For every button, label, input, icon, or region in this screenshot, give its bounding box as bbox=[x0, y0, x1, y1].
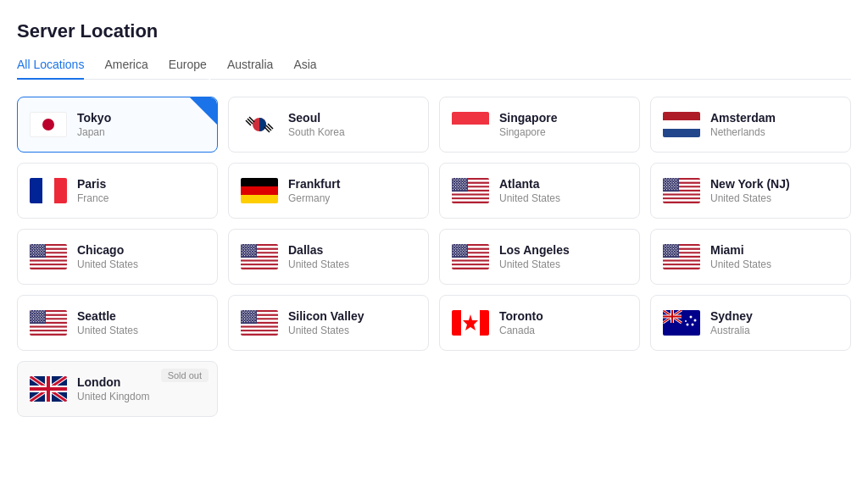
svg-point-112 bbox=[669, 184, 670, 185]
svg-point-162 bbox=[40, 246, 41, 247]
svg-point-542 bbox=[694, 319, 697, 322]
svg-point-61 bbox=[465, 186, 466, 187]
svg-point-414 bbox=[33, 310, 34, 311]
selected-checkmark bbox=[190, 97, 217, 125]
tab-europe[interactable]: Europe bbox=[169, 58, 207, 80]
svg-rect-85 bbox=[663, 199, 700, 201]
svg-point-48 bbox=[460, 184, 461, 185]
svg-point-418 bbox=[43, 310, 44, 311]
svg-point-179 bbox=[41, 250, 42, 251]
svg-point-135 bbox=[671, 189, 672, 190]
svg-point-390 bbox=[673, 253, 674, 254]
svg-rect-17 bbox=[452, 193, 489, 195]
tab-asia[interactable]: Asia bbox=[293, 58, 316, 80]
svg-point-266 bbox=[252, 255, 253, 256]
svg-point-483 bbox=[254, 310, 255, 311]
tab-australia[interactable]: Australia bbox=[227, 58, 273, 80]
location-card-frankfurt[interactable]: FrankfurtGermany bbox=[228, 163, 429, 219]
location-card-tokyo[interactable]: TokyoJapan bbox=[17, 97, 218, 153]
svg-rect-148 bbox=[30, 262, 67, 264]
svg-point-484 bbox=[242, 312, 243, 313]
svg-point-423 bbox=[42, 312, 43, 313]
svg-point-284 bbox=[455, 244, 456, 245]
svg-point-322 bbox=[453, 253, 454, 254]
location-card-singapore[interactable]: SingaporeSingapore bbox=[439, 97, 640, 153]
svg-point-293 bbox=[465, 246, 465, 247]
svg-point-457 bbox=[31, 321, 31, 322]
country-name: Canada bbox=[499, 325, 543, 336]
svg-point-25 bbox=[458, 178, 459, 179]
svg-point-325 bbox=[462, 253, 463, 254]
flag-uk bbox=[30, 376, 67, 402]
svg-point-461 bbox=[41, 321, 42, 322]
flag-netherlands bbox=[663, 112, 700, 137]
svg-point-46 bbox=[455, 184, 456, 185]
svg-point-372 bbox=[669, 250, 670, 251]
location-card-amsterdam[interactable]: AmsterdamNetherlands bbox=[650, 97, 851, 153]
svg-rect-529 bbox=[452, 310, 461, 336]
svg-point-168 bbox=[41, 247, 42, 247]
flag-japan bbox=[30, 112, 67, 137]
svg-point-286 bbox=[460, 244, 461, 245]
location-card-dallas[interactable]: DallasUnited States bbox=[228, 229, 429, 285]
svg-point-509 bbox=[251, 317, 252, 318]
svg-point-329 bbox=[458, 255, 459, 256]
svg-point-119 bbox=[673, 185, 674, 186]
svg-point-63 bbox=[457, 187, 458, 188]
svg-point-441 bbox=[31, 317, 32, 318]
svg-point-307 bbox=[458, 250, 459, 251]
svg-point-433 bbox=[40, 314, 41, 315]
svg-point-55 bbox=[465, 185, 465, 186]
location-card-chicago[interactable]: ChicagoUnited States bbox=[17, 229, 218, 285]
tab-all[interactable]: All Locations bbox=[17, 58, 84, 80]
svg-point-443 bbox=[37, 317, 38, 318]
location-card-new-york[interactable]: New York (NJ)United States bbox=[650, 163, 851, 219]
svg-rect-344 bbox=[663, 264, 700, 265]
location-card-sydney[interactable]: SydneyAustralia bbox=[650, 295, 851, 351]
svg-point-436 bbox=[33, 316, 34, 317]
svg-rect-216 bbox=[241, 268, 278, 269]
flag-usa bbox=[452, 178, 489, 203]
svg-point-56 bbox=[453, 186, 453, 187]
svg-point-165 bbox=[33, 247, 34, 247]
location-card-miami[interactable]: MiamiUnited States bbox=[650, 229, 851, 285]
city-name: Seattle bbox=[77, 309, 138, 323]
svg-rect-277 bbox=[452, 259, 489, 261]
location-card-atlanta[interactable]: AtlantaUnited States bbox=[439, 163, 640, 219]
flag-usa bbox=[30, 310, 67, 336]
location-card-paris[interactable]: ParisFrance bbox=[17, 163, 218, 219]
svg-point-248 bbox=[248, 251, 249, 252]
svg-point-526 bbox=[252, 321, 253, 322]
location-card-seoul[interactable]: SeoulSouth Korea bbox=[228, 97, 429, 153]
svg-point-243 bbox=[249, 250, 250, 251]
tab-america[interactable]: America bbox=[104, 58, 147, 80]
location-card-toronto[interactable]: TorontoCanada bbox=[439, 295, 640, 351]
svg-point-449 bbox=[38, 319, 39, 319]
svg-point-257 bbox=[242, 253, 243, 254]
city-name: Toronto bbox=[499, 309, 543, 323]
svg-point-38 bbox=[463, 180, 464, 181]
location-card-silicon-valley[interactable]: Silicon ValleyUnited States bbox=[228, 295, 429, 351]
flag-usa bbox=[663, 244, 700, 269]
svg-point-88 bbox=[664, 178, 665, 179]
svg-point-442 bbox=[35, 317, 36, 318]
svg-point-189 bbox=[38, 253, 39, 253]
svg-point-127 bbox=[665, 187, 665, 188]
svg-point-39 bbox=[465, 180, 466, 181]
location-info: LondonUnited Kingdom bbox=[77, 375, 149, 402]
svg-point-155 bbox=[36, 244, 36, 245]
svg-point-40 bbox=[453, 182, 454, 183]
location-card-los-angeles[interactable]: Los AngelesUnited States bbox=[439, 229, 640, 285]
svg-point-100 bbox=[666, 180, 667, 181]
svg-point-380 bbox=[676, 251, 676, 252]
svg-point-462 bbox=[43, 321, 44, 322]
svg-point-130 bbox=[673, 187, 674, 188]
svg-point-291 bbox=[459, 246, 460, 247]
location-info: SydneyAustralia bbox=[710, 309, 753, 336]
svg-point-177 bbox=[36, 250, 36, 251]
svg-point-227 bbox=[251, 246, 252, 247]
city-name: Singapore bbox=[499, 111, 557, 125]
svg-point-370 bbox=[664, 250, 665, 251]
location-card-seattle[interactable]: SeattleUnited States bbox=[17, 295, 218, 351]
svg-point-395 bbox=[671, 255, 672, 256]
